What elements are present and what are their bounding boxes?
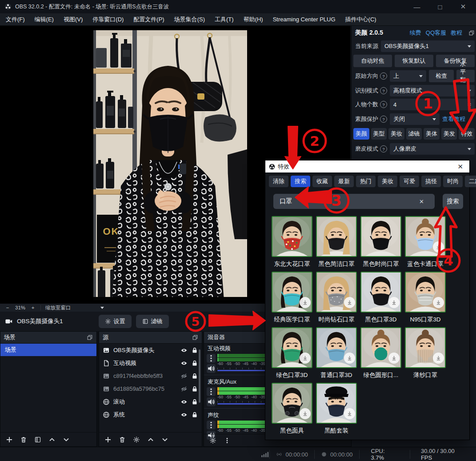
smooth-mode-dropdown[interactable]: 人像磨皮: [390, 143, 475, 155]
effect-item[interactable]: 绿色圆形口...: [360, 327, 401, 379]
add-scene-button[interactable]: [6, 436, 13, 443]
download-icon[interactable]: [433, 297, 444, 308]
search-button[interactable]: 搜索: [443, 194, 463, 209]
effect-tab-5[interactable]: 美妆: [378, 176, 397, 187]
camera-settings-button[interactable]: 设置: [99, 315, 132, 328]
orientation-dropdown[interactable]: 上: [390, 70, 426, 82]
help-icon[interactable]: ?: [380, 87, 387, 94]
help-icon[interactable]: ?: [380, 116, 387, 123]
effect-thumbnail[interactable]: [316, 216, 357, 257]
effect-thumbnail[interactable]: [405, 272, 446, 313]
download-icon[interactable]: [300, 408, 311, 419]
effect-thumbnail[interactable]: [360, 216, 401, 257]
check-button[interactable]: 检查: [429, 70, 454, 82]
beauty-action-button-0[interactable]: 自动对焦: [353, 55, 392, 67]
lock-icon[interactable]: [191, 411, 198, 418]
move-source-up-button[interactable]: [147, 436, 154, 443]
effect-tab-4[interactable]: 热门: [356, 176, 376, 187]
menu-item-8[interactable]: Streaming Center PLUG: [268, 13, 340, 26]
effect-item[interactable]: 时尚钻石口罩: [316, 272, 357, 324]
source-row[interactable]: c8917f4ebbfbfe5ff3: [99, 369, 202, 382]
chevron-down-icon[interactable]: [100, 307, 104, 309]
effect-thumbnail[interactable]: [316, 383, 357, 424]
popout-icon[interactable]: [192, 334, 198, 341]
download-icon[interactable]: [433, 353, 444, 364]
eye-icon[interactable]: [180, 347, 188, 354]
channel-options-icon[interactable]: [207, 421, 216, 429]
source-properties-button[interactable]: [133, 436, 140, 443]
effect-item[interactable]: 绿色口罩3D: [272, 327, 312, 379]
download-icon[interactable]: [388, 353, 400, 364]
lock-icon[interactable]: [191, 373, 198, 380]
menu-item-3[interactable]: 停靠窗口(D): [88, 13, 128, 26]
help-icon[interactable]: ?: [380, 72, 387, 80]
download-icon[interactable]: [433, 241, 444, 253]
close-icon[interactable]: ✕: [455, 163, 466, 171]
scene-filters-button[interactable]: [34, 436, 41, 443]
move-scene-down-button[interactable]: [63, 436, 70, 443]
menu-item-6[interactable]: 工具(T): [210, 13, 239, 26]
effect-thumbnail[interactable]: [360, 272, 401, 313]
beauty-tab-0[interactable]: 美颜: [353, 128, 369, 140]
effect-tab-1[interactable]: 搜索: [291, 176, 310, 187]
effect-item[interactable]: 黑色时尚口罩: [360, 216, 401, 268]
beauty-link-1[interactable]: QQ客服: [426, 29, 446, 37]
maximize-button[interactable]: □: [435, 3, 445, 11]
source-row[interactable]: OBS美颜摄像头: [99, 344, 202, 357]
menu-item-0[interactable]: 文件(F): [1, 13, 30, 26]
popout-icon[interactable]: [468, 30, 475, 36]
effect-tab-6[interactable]: 可爱: [400, 176, 419, 187]
effect-item[interactable]: 黑色口罩3D: [360, 272, 401, 324]
effect-thumbnail[interactable]: [272, 383, 312, 424]
clear-search-icon[interactable]: ✕: [419, 198, 424, 205]
effect-thumbnail[interactable]: [316, 327, 357, 368]
search-input[interactable]: [273, 194, 435, 209]
current-source-dropdown[interactable]: OBS美颜摄像头1: [381, 40, 475, 52]
detect-mode-dropdown[interactable]: 高精度模式: [390, 85, 475, 96]
help-icon[interactable]: ?: [380, 101, 387, 108]
lock-icon[interactable]: [191, 385, 198, 393]
scene-list-item[interactable]: 场景: [0, 344, 96, 356]
menu-item-5[interactable]: 场景集合(S): [169, 13, 210, 26]
download-icon[interactable]: [388, 297, 400, 308]
beauty-action-button-1[interactable]: 恢复默认: [395, 55, 433, 67]
remove-scene-button[interactable]: [20, 436, 27, 443]
lock-icon[interactable]: [191, 360, 198, 367]
zoom-in-button[interactable]: +: [30, 305, 36, 310]
beauty-tab-6[interactable]: 特效: [459, 128, 475, 140]
download-icon[interactable]: [344, 408, 355, 419]
effect-thumbnail[interactable]: [405, 327, 446, 368]
move-scene-up-button[interactable]: [48, 436, 56, 443]
effect-item[interactable]: 黑色面具: [272, 383, 312, 435]
eye-icon[interactable]: [180, 360, 188, 367]
menu-item-9[interactable]: 插件中心(C): [340, 13, 381, 26]
download-icon[interactable]: [300, 297, 311, 308]
more-options-icon[interactable]: [224, 437, 231, 444]
download-icon[interactable]: [344, 353, 355, 364]
view-tutorial-link[interactable]: 查看教程: [442, 115, 465, 123]
speaker-icon[interactable]: [207, 364, 216, 373]
popout-icon[interactable]: [87, 334, 93, 341]
beauty-tab-4[interactable]: 美体: [424, 128, 440, 140]
sources-scrollbar[interactable]: [199, 349, 200, 403]
audio-settings-icon[interactable]: [209, 437, 216, 444]
eye-icon[interactable]: [180, 411, 188, 418]
effect-item[interactable]: 蓝色卡通口罩: [405, 216, 446, 268]
move-source-down-button[interactable]: [161, 436, 168, 443]
effect-item[interactable]: 经典医学口罩: [272, 272, 312, 324]
eye-icon[interactable]: [180, 398, 188, 405]
lock-icon[interactable]: [191, 347, 198, 354]
flip-horizontal-button[interactable]: 水平翻转: [456, 70, 475, 82]
camera-filters-button[interactable]: 滤镜: [136, 315, 169, 328]
lock-icon[interactable]: [191, 398, 198, 405]
minimize-button[interactable]: —: [412, 3, 422, 11]
effect-thumbnail[interactable]: [405, 216, 446, 257]
add-source-button[interactable]: [104, 436, 112, 443]
menu-item-7[interactable]: 帮助(H): [239, 13, 268, 26]
beauty-tab-2[interactable]: 美妆: [388, 128, 404, 140]
download-icon[interactable]: [344, 297, 355, 308]
close-button[interactable]: ✕: [458, 3, 468, 11]
source-row[interactable]: 6d18859a5796bc75: [99, 382, 202, 395]
effect-tab-0[interactable]: 清除: [269, 176, 288, 187]
effect-thumbnail[interactable]: [272, 216, 312, 257]
